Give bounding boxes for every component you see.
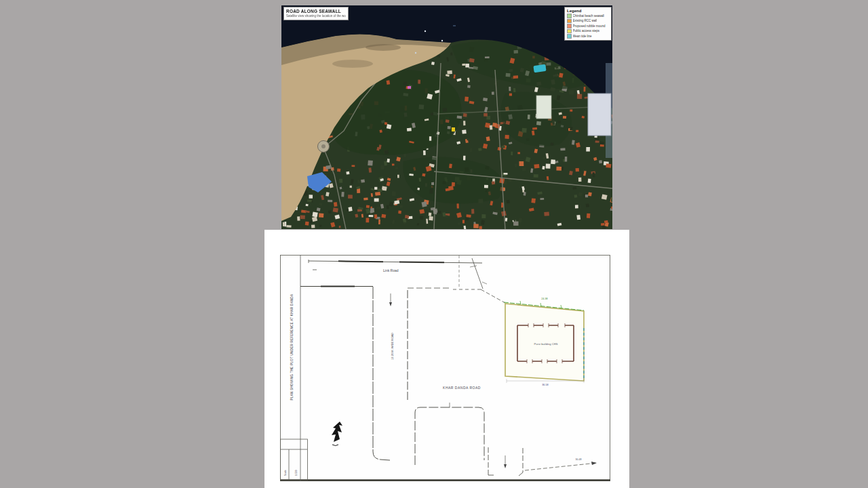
satellite-map-figure: ROAD ALONG SEAWALL Satellite view showin…	[281, 5, 612, 229]
top-road-label: Link Road	[383, 268, 399, 272]
legend-item-label: Chimbai beach seawall	[573, 14, 604, 18]
boat-dot	[453, 25, 456, 26]
boat-dot	[415, 52, 416, 54]
legend-swatch	[567, 34, 572, 39]
north-arrow-base	[332, 445, 338, 446]
legend-swatch	[567, 24, 572, 28]
boat-dot	[425, 30, 426, 32]
sand-streak	[366, 44, 401, 51]
dimension-arrowhead	[504, 464, 507, 468]
north-arrow-icon	[332, 422, 342, 442]
legend-item-label: Existing RCC wall	[573, 19, 597, 22]
dimension-arrowhead	[591, 462, 597, 465]
building-label: Purvi building CHS	[534, 342, 557, 346]
yellow-marker	[452, 127, 455, 131]
plan-side-title: PLAN SHOWING THE PLOT UNDER REFERENCE AT…	[290, 294, 294, 401]
road-direction-arrow	[389, 302, 392, 306]
legend-item-label: Proposed rubble mound	[573, 24, 606, 28]
site-plan-drawing: Link Road 12.20 M. WIDE ROAD KHAR DANDA …	[280, 255, 610, 481]
legend-item: Mean tide line	[567, 34, 609, 39]
center-road-label: KHAR DANDA ROAD	[443, 386, 481, 390]
legend-title: Legend	[567, 9, 609, 13]
dim-plot-label: 36.58	[542, 384, 549, 386]
document-viewer-background: ROAD ALONG SEAWALL Satellite view showin…	[0, 0, 868, 488]
legend-swatch	[567, 29, 572, 34]
legend-item: Public access steps	[567, 29, 609, 34]
magenta-marker	[408, 86, 411, 89]
legend-item: Existing RCC wall	[567, 19, 609, 24]
sand-streak	[332, 60, 373, 68]
scale-label: Scale	[284, 470, 287, 476]
legend-item-label: Mean tide line	[573, 35, 592, 38]
plan-top-road	[300, 256, 505, 303]
site-plan-figure: Link Road 12.20 M. WIDE ROAD KHAR DANDA …	[280, 255, 610, 481]
map-title-block: ROAD ALONG SEAWALL Satellite view showin…	[283, 7, 349, 20]
plan-lower-roads	[415, 403, 597, 476]
vertical-road-label: 12.20 M. WIDE ROAD	[391, 333, 394, 360]
map-title: ROAD ALONG SEAWALL	[286, 9, 346, 14]
dim-bottom-label: 30.48	[576, 458, 582, 461]
legend-item-list: Chimbai beach seawallExisting RCC wallPr…	[567, 14, 609, 39]
legend-item: Proposed rubble mound	[567, 24, 609, 28]
legend-swatch	[567, 19, 572, 24]
legend-item-label: Public access steps	[573, 29, 600, 33]
legend-item: Chimbai beach seawall	[567, 14, 609, 18]
plan-vertical-road	[373, 287, 408, 460]
boat-dot	[441, 40, 443, 41]
legend-swatch	[567, 14, 572, 18]
map-subtitle: Satellite view showing the location of t…	[286, 14, 346, 18]
satellite-map-image	[281, 5, 612, 229]
dim-top-label: 24.38	[541, 298, 548, 300]
large-light-building	[588, 94, 611, 136]
map-legend: Legend Chimbai beach seawallExisting RCC…	[564, 7, 612, 41]
roundabout-center	[321, 144, 326, 148]
scale-value: 1:500	[295, 470, 298, 476]
pale-building	[536, 96, 551, 119]
